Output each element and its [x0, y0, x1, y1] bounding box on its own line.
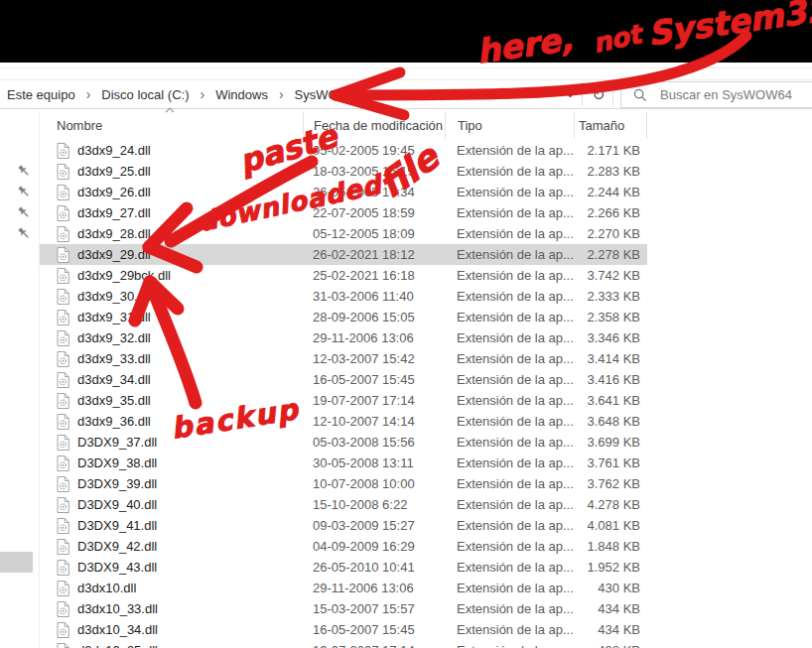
- column-header-name[interactable]: Nombre: [40, 111, 303, 139]
- file-row[interactable]: d3dx9_24.dll 05-02-2005 19:45 Extensión …: [40, 140, 647, 161]
- file-size: 3.762 KB: [574, 476, 647, 491]
- file-row[interactable]: d3dx9_25.dll 18-03-2005 16:19 Extensión …: [40, 161, 647, 182]
- dll-file-icon: [57, 351, 69, 367]
- dll-file-icon: [57, 205, 69, 221]
- file-row[interactable]: d3dx9_32.dll 29-11-2006 13:06 Extensión …: [40, 327, 647, 348]
- file-row[interactable]: d3dx9_28.dll 05-12-2005 18:09 Extensión …: [40, 223, 647, 244]
- file-name: D3DX9_42.dll: [77, 539, 157, 554]
- file-type: Extensión de la ap...: [445, 622, 574, 637]
- address-dropdown-button[interactable]: [559, 80, 581, 108]
- dll-file-icon: [57, 518, 69, 534]
- file-size: 2.358 KB: [574, 310, 647, 324]
- file-size: 4.278 KB: [574, 497, 647, 512]
- file-size: 434 KB: [574, 601, 647, 616]
- file-row[interactable]: d3dx9_29bck.dll 25-02-2021 16:18 Extensi…: [40, 265, 647, 286]
- file-name: d3dx9_29.dll: [77, 247, 151, 262]
- file-row[interactable]: d3dx9_33.dll 12-03-2007 15:42 Extensión …: [40, 348, 647, 369]
- file-type: Extensión de la ap...: [445, 268, 574, 283]
- file-type: Extensión de la ap...: [445, 435, 574, 450]
- dll-file-icon: [57, 372, 69, 388]
- file-row[interactable]: d3dx9_31.dll 28-09-2006 15:05 Extensión …: [40, 307, 647, 327]
- file-date: 15-03-2007 15:57: [303, 601, 445, 616]
- dll-file-icon: [57, 247, 69, 263]
- file-name: d3dx9_35.dll: [77, 393, 151, 408]
- breadcrumb-separator-icon[interactable]: ›: [191, 86, 213, 102]
- file-row[interactable]: d3dx10.dll 29-11-2006 13:06 Extensión de…: [40, 578, 647, 598]
- breadcrumb-separator-icon[interactable]: ›: [77, 86, 100, 102]
- file-date: 26-05-2010 10:41: [303, 560, 445, 575]
- dll-file-icon: [57, 455, 69, 471]
- file-row[interactable]: d3dx9_34.dll 16-05-2007 15:45 Extensión …: [40, 369, 647, 390]
- file-date: 19-07-2007 17:14: [303, 643, 445, 648]
- file-row[interactable]: d3dx9_36.dll 12-10-2007 14:14 Extensión …: [40, 411, 647, 432]
- breadcrumb-item-syswow64[interactable]: SysWOW64: [293, 87, 367, 102]
- dll-file-icon: [57, 268, 69, 284]
- column-header-type[interactable]: Tipo: [445, 111, 574, 139]
- breadcrumb-item-disco-local-c-[interactable]: Disco local (C:): [99, 87, 191, 102]
- file-type: Extensión de la ap...: [445, 351, 574, 366]
- column-header-date[interactable]: Fecha de modificación: [303, 111, 445, 139]
- file-size: 3.742 KB: [574, 268, 647, 283]
- sort-ascending-icon: [165, 101, 175, 116]
- pin-icon: [17, 226, 31, 240]
- file-row[interactable]: d3dx9_35.dll 19-07-2007 17:14 Extensión …: [40, 390, 647, 411]
- file-name: d3dx9_32.dll: [77, 330, 151, 345]
- file-row[interactable]: D3DX9_43.dll 26-05-2010 10:41 Extensión …: [40, 557, 647, 578]
- file-date: 29-11-2006 13:06: [303, 330, 445, 345]
- file-date: 05-02-2005 19:45: [303, 143, 445, 158]
- file-row[interactable]: d3dx9_26.dll 26-05-2005 17:34 Extensión …: [40, 182, 647, 202]
- breadcrumb: Este equipo›Disco local (C:)›Windows›Sys…: [5, 80, 366, 108]
- column-header-size[interactable]: Tamaño: [574, 111, 647, 139]
- file-date: 22-07-2005 18:59: [303, 205, 445, 220]
- file-type: Extensión de la ap...: [445, 330, 574, 345]
- chevron-down-icon: [565, 91, 576, 98]
- dll-file-icon: [57, 539, 69, 555]
- file-row[interactable]: d3dx10_34.dll 16-05-2007 15:45 Extensión…: [40, 619, 647, 640]
- file-size: 4.081 KB: [574, 518, 647, 533]
- file-row[interactable]: d3dx9_27.dll 22-07-2005 18:59 Extensión …: [40, 202, 647, 223]
- search-input[interactable]: Buscar en SysWOW64: [620, 81, 812, 108]
- file-type: Extensión de la ap...: [445, 247, 574, 262]
- file-size: 1.952 KB: [574, 560, 647, 575]
- dll-file-icon: [57, 622, 69, 638]
- file-size: 430 KB: [574, 581, 647, 595]
- file-row[interactable]: D3DX9_42.dll 04-09-2009 16:29 Extensión …: [40, 536, 647, 557]
- file-date: 15-10-2008 6:22: [303, 497, 445, 512]
- file-row[interactable]: d3dx10_33.dll 15-03-2007 15:57 Extensión…: [40, 598, 647, 619]
- file-type: Extensión de la ap...: [445, 185, 574, 199]
- file-size: 3.699 KB: [574, 435, 647, 450]
- search-icon: [633, 88, 647, 102]
- breadcrumb-item-este-equipo[interactable]: Este equipo: [5, 87, 77, 102]
- file-row[interactable]: D3DX9_38.dll 30-05-2008 13:11 Extensión …: [40, 453, 647, 473]
- file-row[interactable]: D3DX9_41.dll 09-03-2009 15:27 Extensión …: [40, 515, 647, 536]
- file-date: 29-11-2006 13:06: [303, 581, 445, 595]
- file-name: d3dx9_28.dll: [77, 226, 151, 241]
- file-row[interactable]: d3dx10_35.dll 19-07-2007 17:14 Extensión…: [40, 640, 647, 648]
- file-row[interactable]: d3dx9_29.dll 26-02-2021 18:12 Extensión …: [40, 244, 647, 265]
- file-date: 05-03-2008 15:56: [303, 435, 445, 450]
- dll-file-icon: [57, 476, 69, 492]
- dll-file-icon: [57, 581, 69, 596]
- dll-file-icon: [57, 330, 69, 346]
- file-date: 16-05-2007 15:45: [303, 372, 445, 387]
- file-row[interactable]: D3DX9_39.dll 10-07-2008 10:00 Extensión …: [40, 473, 647, 494]
- file-row[interactable]: D3DX9_37.dll 05-03-2008 15:56 Extensión …: [40, 432, 647, 453]
- address-bar: Este equipo›Disco local (C:)›Windows›Sys…: [0, 79, 812, 109]
- file-row[interactable]: d3dx9_30.dll 31-03-2006 11:40 Extensión …: [40, 286, 647, 307]
- breadcrumb-item-windows[interactable]: Windows: [213, 87, 270, 102]
- breadcrumb-separator-icon[interactable]: ›: [270, 86, 293, 102]
- file-name: D3DX9_39.dll: [77, 476, 157, 491]
- dll-file-icon: [57, 414, 69, 430]
- file-type: Extensión de la ap...: [445, 205, 574, 220]
- dll-file-icon: [57, 643, 69, 648]
- scrollbar-thumb[interactable]: [0, 552, 33, 573]
- search-placeholder: Buscar en SysWOW64: [660, 87, 792, 102]
- refresh-button[interactable]: ↻: [586, 80, 611, 108]
- file-date: 26-02-2021 18:12: [303, 247, 445, 262]
- file-name: d3dx9_30.dll: [77, 289, 151, 304]
- file-name: D3DX9_43.dll: [77, 560, 157, 575]
- file-row[interactable]: D3DX9_40.dll 15-10-2008 6:22 Extensión d…: [40, 494, 647, 515]
- dll-file-icon: [57, 393, 69, 409]
- file-size: 2.270 KB: [574, 226, 647, 241]
- file-name: d3dx9_27.dll: [77, 205, 151, 220]
